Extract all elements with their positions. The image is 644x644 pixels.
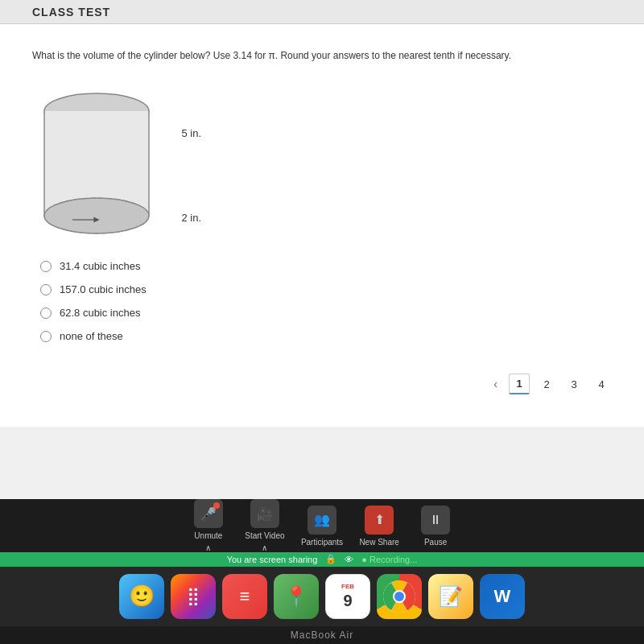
dock-item-launchpad[interactable]: ⣿ [171,574,216,619]
radio-c[interactable] [40,308,52,319]
dock-area: 🎤 Unmute ∧ 🎥 Start Video ∧ 👥 Participant… [0,499,644,644]
diagram-area: 5 in. 2 in. [32,79,612,240]
new-share-button[interactable]: ⬆ New Share [359,506,399,547]
participants-label: Participants [301,538,343,547]
screen: CLASS TEST What is the volume of the cyl… [0,0,644,499]
unmute-label: Unmute [194,531,222,540]
radius-label: 2 in. [181,212,201,224]
dock-item-reminders[interactable]: ≡ [222,574,267,619]
option-a[interactable]: 31.4 cubic inches [40,260,612,272]
option-d-text: none of these [60,330,123,342]
prev-page-button[interactable]: ‹ [489,376,502,392]
dock-item-notes[interactable]: 📝 [428,574,473,619]
participants-button[interactable]: 👥 Participants [301,506,343,547]
option-c[interactable]: 62.8 cubic inches [40,307,612,319]
radio-a[interactable] [40,261,52,272]
page-2-button[interactable]: 2 [536,374,557,394]
dock-item-maps[interactable]: 📍 [274,574,319,619]
pagination: ‹ 1 2 3 4 [489,374,612,394]
option-b[interactable]: 157.0 cubic inches [40,283,612,295]
option-d[interactable]: none of these [40,330,612,342]
video-chevron: ∧ [262,543,267,552]
cylinder-diagram: 5 in. 2 in. [32,79,161,240]
dock-item-finder[interactable]: 🙂 [119,574,164,619]
share-icon: ⬆ [365,506,394,535]
lock-icon: 🔒 [325,554,336,564]
radio-b[interactable] [40,284,52,295]
svg-point-10 [394,592,404,601]
mic-icon: 🎤 [194,499,223,528]
macbook-label: MacBook Air [291,626,353,644]
new-share-label: New Share [359,538,398,547]
pause-label: Pause [424,538,447,547]
sharing-text: You are screen sharing [227,555,318,564]
dock-item-calendar[interactable]: FEB 9 [325,574,370,619]
start-video-label: Start Video [245,531,284,540]
cylinder-svg [32,79,161,240]
sharing-bar: You are screen sharing 🔒 👁 ● Recording..… [0,552,644,567]
content-area: What is the volume of the cylinder below… [0,24,644,427]
unmute-button[interactable]: 🎤 Unmute ∧ [188,499,229,552]
start-video-button[interactable]: 🎥 Start Video ∧ [245,499,285,552]
option-a-text: 31.4 cubic inches [60,260,140,272]
page-4-button[interactable]: 4 [591,374,612,394]
dock-item-word[interactable]: W [480,574,525,619]
participants-icon: 👥 [308,506,336,535]
question-text: What is the volume of the cylinder below… [32,48,580,63]
recording-text: ● Recording... [361,555,417,564]
video-icon: 🎥 [250,499,279,528]
pause-button[interactable]: ⏸ Pause [415,506,456,547]
eye-icon: 👁 [345,555,353,564]
page-1-button[interactable]: 1 [509,374,530,394]
pause-icon: ⏸ [421,506,450,535]
dock-item-chrome[interactable] [377,574,422,619]
radio-d[interactable] [40,331,52,342]
zoom-toolbar: 🎤 Unmute ∧ 🎥 Start Video ∧ 👥 Participant… [0,499,644,552]
height-label: 5 in. [181,127,201,139]
option-c-text: 62.8 cubic inches [60,307,140,319]
page-3-button[interactable]: 3 [564,374,584,394]
mac-dock: 🙂 ⣿ ≡ 📍 FEB 9 [0,567,644,626]
option-b-text: 157.0 cubic inches [60,283,147,295]
page-title: CLASS TEST [32,6,110,19]
page-header: CLASS TEST [0,0,644,24]
answer-choices: 31.4 cubic inches 157.0 cubic inches 62.… [40,260,612,342]
unmute-chevron: ∧ [205,543,211,552]
